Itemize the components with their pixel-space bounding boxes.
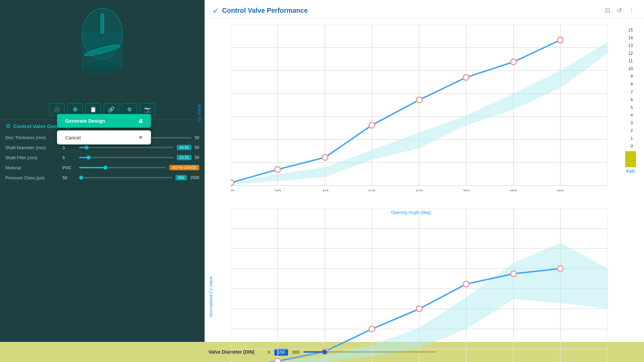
pressure-class-row: Pressure Class (psi) 50 900 2500 [5,175,199,180]
shaft-diameter-slider-wrapper[interactable] [79,147,173,148]
modal-overlay: Generate Design 🖨 Cancel ✕ [57,114,151,144]
valve-visualization [52,7,153,94]
fos-tick-5: 5 [631,105,633,110]
fos-tick-10: 10 [628,66,633,71]
diameter-slider[interactable] [304,351,435,353]
fos-tick-1: 1 [631,136,633,141]
svg-text:30: 30 [274,188,281,191]
svg-point-77 [557,266,563,272]
shaft-fillet-value: 5 [62,155,76,160]
valve-image-area [0,0,205,101]
fos-tick-2: 2 [631,128,633,133]
shaft-diameter-max: 50 [195,145,199,150]
chart-header: ↙ Control Valve Performance ⊡ ↺ ⋮ [205,0,644,18]
svg-text:50: 50 [368,188,375,191]
charts-container: Cv Value Opening Angle (deg) [205,18,644,362]
normalized-cv-chart: Normalized Cv Value Opening Angle (deg) [207,205,614,362]
fos-tick-7: 7 [631,90,633,95]
cv-chart-svg: 0 200 400 600 800 1000 1200 1400 20 30 4… [231,24,608,191]
svg-text:90: 90 [557,188,564,191]
material-badge: ASTM GRADE [169,165,199,170]
material-row: Material PVC ASTM GRADE [5,165,199,170]
svg-point-2 [82,60,122,74]
shaft-diameter-value: 3 [62,145,76,150]
svg-text:70: 70 [463,188,470,191]
svg-point-73 [369,326,375,332]
cancel-label: Cancel [65,135,81,140]
chart-title: Control Valve Performance [222,7,308,14]
shaft-fillet-row: Shaft Fillet (mm) 5 23.25 50 [5,155,199,160]
fos-sidebar: 15 14 13 12 11 10 9 8 7 6 5 4 3 2 [617,21,644,362]
cv-value-chart: Cv Value Opening Angle (deg) [207,21,614,205]
chart-title-icon: ↙ [213,6,219,15]
right-panel: ↙ Control Valve Performance ⊡ ↺ ⋮ Cv Val… [205,0,644,342]
svg-point-75 [463,281,469,287]
svg-point-33 [511,59,516,65]
shaft-diameter-label: Shaft Diameter (mm) [5,145,59,150]
fullscreen-button[interactable]: ⊡ [604,5,611,15]
left-panel: 🎥 ⚙ 📋 🔗 ⚙ 📷 ⚙ Control Valve Geometry Dis… [0,0,205,342]
toolbar-video-btn[interactable]: 🎥 [49,103,65,115]
pressure-class-badge: 900 [175,175,187,180]
generate-design-button[interactable]: Generate Design 🖨 [57,114,151,128]
toolbar-camera-btn[interactable]: 📷 [140,103,155,115]
toolbar-hierarchy-btn[interactable]: 🔗 [104,103,119,115]
shaft-fillet-badge: 23.25 [177,155,192,160]
generate-design-label: Generate Design [65,118,105,124]
pressure-class-value: 50 [62,175,76,180]
fos-tick-4: 4 [631,113,633,118]
shaft-diameter-row: Shaft Diameter (mm) 3 44.65 50 [5,145,199,150]
shaft-diameter-badge: 44.65 [177,145,192,150]
svg-text:40: 40 [322,188,329,191]
chart-header-actions: ⊡ ↺ ⋮ [604,5,636,15]
pressure-class-label: Pressure Class (psi) [5,175,59,180]
svg-text:20: 20 [231,188,234,191]
more-options-button[interactable]: ⋮ [627,5,636,15]
svg-point-71 [275,358,280,362]
cancel-button[interactable]: Cancel ✕ [57,130,151,144]
pressure-class-slider-wrapper[interactable] [79,177,172,178]
svg-point-76 [511,271,516,277]
gear-icon: ⚙ [5,122,11,130]
shaft-fillet-label: Shaft Fillet (mm) [5,155,59,160]
svg-point-34 [557,37,563,43]
fos-label: FoS [627,169,635,174]
svg-point-30 [369,122,375,128]
fos-tick-12: 12 [628,51,633,56]
fos-tick-9: 9 [631,74,633,79]
fos-tick-15: 15 [628,28,633,33]
material-slider-wrapper[interactable] [79,167,166,168]
fos-tick-3: 3 [631,121,633,125]
generate-design-icon: 🖨 [138,118,143,124]
pressure-class-max: 2500 [190,175,199,180]
toolbar-settings-btn[interactable]: ⚙ [67,103,83,115]
disc-thickness-max: 50 [195,135,199,140]
fos-tick-0: 0 [631,144,633,148]
fos-tick-11: 11 [628,59,633,63]
svg-point-27 [231,180,234,186]
refresh-button[interactable]: ↺ [615,5,623,15]
shaft-fillet-max: 50 [195,155,199,160]
normalized-cv-y-label: Normalized Cv Value [208,276,213,317]
svg-rect-4 [101,13,104,34]
svg-text:80: 80 [510,188,517,191]
fos-tick-14: 14 [628,36,633,40]
toolbar-list-btn[interactable]: 📋 [86,103,101,115]
svg-point-31 [416,97,422,103]
cv-value-y-label: Cv Value [197,104,202,122]
fos-tick-13: 13 [628,43,633,48]
svg-point-29 [322,155,328,160]
fos-tick-6: 6 [631,98,633,102]
svg-point-28 [275,167,280,172]
cancel-icon: ✕ [139,134,143,140]
fos-tick-8: 8 [631,82,633,86]
normalized-cv-chart-svg: 0 0.2 0.4 0.6 0.8 1.0 1.2 1.4 1.6 20 30 … [231,208,608,362]
toolbar-gear-btn[interactable]: ⚙ [122,103,137,115]
svg-point-74 [416,306,422,312]
svg-text:60: 60 [416,188,423,191]
svg-point-32 [463,74,469,80]
charts-main: Cv Value Opening Angle (deg) [205,21,617,362]
material-value: PVC [62,165,76,170]
material-label: Material [5,165,59,170]
shaft-fillet-slider-wrapper[interactable] [79,157,173,158]
